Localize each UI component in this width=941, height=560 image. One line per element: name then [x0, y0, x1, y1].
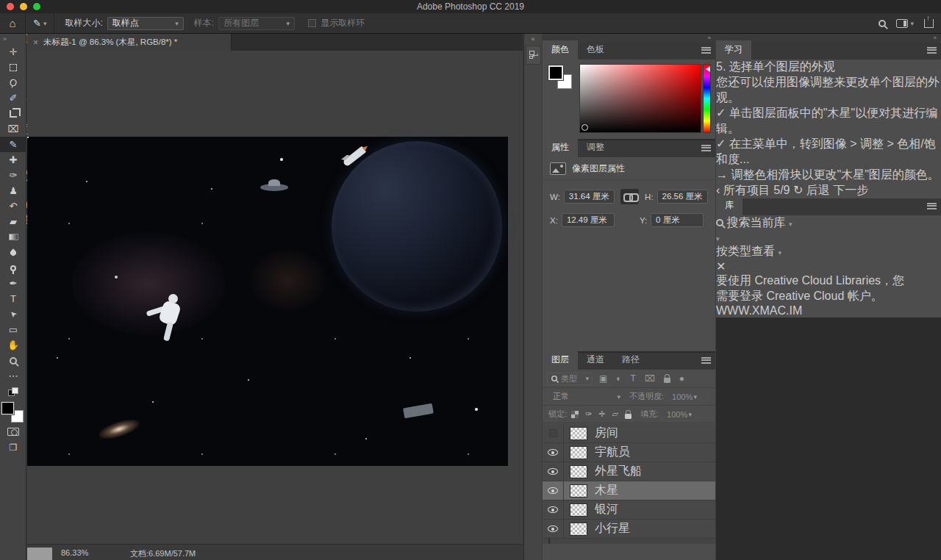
layer-thumbnail[interactable]: [570, 503, 587, 517]
eyedropper-tool[interactable]: ✎: [0, 137, 26, 152]
blur-tool[interactable]: [0, 245, 26, 260]
close-tab-icon[interactable]: ×: [33, 37, 38, 48]
workspace-icon[interactable]: [896, 19, 908, 28]
tab-adjustments[interactable]: 调整: [578, 138, 613, 157]
x-field[interactable]: 12.49 厘米: [562, 213, 615, 227]
visibility-toggle[interactable]: [543, 443, 564, 462]
home-icon[interactable]: ⌂: [0, 17, 25, 29]
collapse-dock-icon[interactable]: «: [524, 34, 542, 43]
dodge-tool[interactable]: [0, 260, 26, 276]
foreground-color-swatch[interactable]: [548, 65, 563, 80]
filter-lock-icon[interactable]: [664, 378, 670, 383]
crop-tool[interactable]: [0, 106, 26, 121]
library-select[interactable]: ▾: [716, 231, 941, 244]
tab-swatches[interactable]: 色板: [578, 40, 613, 60]
blend-mode-select[interactable]: 正常▾: [548, 390, 625, 403]
all-items-button[interactable]: ‹ 所有项目: [716, 184, 770, 196]
filter-adjustment-icon[interactable]: ◐: [616, 373, 621, 384]
gradient-tool[interactable]: [0, 229, 26, 245]
sample-size-select[interactable]: 取样点 ▾: [107, 17, 184, 30]
next-button[interactable]: 下一步: [833, 184, 868, 196]
opacity-field[interactable]: 100%▾: [668, 390, 701, 403]
hue-strip[interactable]: [703, 64, 711, 133]
current-tool-button[interactable]: ✎ ▾: [25, 13, 54, 33]
layer-thumbnail[interactable]: [570, 427, 587, 440]
share-icon[interactable]: [924, 19, 934, 28]
canvas[interactable]: [27, 51, 523, 544]
expand-dock-icon[interactable]: »: [934, 35, 937, 41]
visibility-toggle[interactable]: [543, 462, 564, 481]
layer-thumbnail[interactable]: [570, 465, 587, 478]
back-button[interactable]: 后退: [806, 184, 830, 196]
view-by-type-select[interactable]: 按类型查看: [716, 245, 775, 257]
tab-color[interactable]: 颜色: [543, 40, 578, 60]
lock-all-icon[interactable]: [625, 414, 631, 419]
layer-filter-select[interactable]: 类型 ▾: [547, 373, 593, 385]
height-field[interactable]: 26.56 厘米: [657, 190, 708, 204]
filter-image-icon[interactable]: ▣: [599, 373, 607, 384]
layer-thumbnail[interactable]: [570, 446, 587, 459]
layer-row-partial[interactable]: [543, 539, 715, 544]
clone-stamp-tool[interactable]: ♟: [0, 183, 26, 198]
default-colors-icon[interactable]: [0, 384, 26, 399]
visibility-toggle[interactable]: [543, 481, 564, 500]
lock-pixels-icon[interactable]: ✑: [585, 409, 592, 419]
tab-channels[interactable]: 通道: [578, 351, 613, 370]
document-tab[interactable]: × 未标题-1 @ 86.3% (木星, RGB/8*) *: [27, 34, 232, 51]
layer-thumbnail[interactable]: [570, 484, 587, 498]
tab-paths[interactable]: 路径: [613, 351, 648, 370]
visibility-toggle[interactable]: [543, 520, 564, 538]
pen-tool[interactable]: ✒: [0, 276, 26, 291]
layer-thumbnail[interactable]: [570, 523, 587, 536]
layer-row-alien-ship[interactable]: 外星飞船: [543, 462, 715, 481]
zoom-window-button[interactable]: [33, 3, 40, 10]
toolbar-expand-icon[interactable]: »: [0, 34, 26, 44]
lock-position-icon[interactable]: ✛: [598, 409, 605, 419]
tab-layers[interactable]: 图层: [543, 351, 578, 370]
minimize-window-button[interactable]: [20, 3, 27, 10]
move-tool[interactable]: ✛: [0, 44, 26, 60]
library-search-input[interactable]: 搜索当前库 ▾: [716, 215, 941, 231]
tab-libraries[interactable]: 库: [716, 196, 743, 215]
width-field[interactable]: 31.64 厘米: [564, 190, 615, 204]
panel-menu-icon[interactable]: [701, 357, 711, 364]
layer-row-galaxy[interactable]: 银河: [543, 500, 715, 520]
filter-shape-icon[interactable]: ⌧: [645, 373, 655, 384]
zoom-level[interactable]: 86.33%: [61, 548, 88, 557]
eraser-tool[interactable]: ▰: [0, 214, 26, 229]
canvas-image[interactable]: [27, 137, 508, 466]
quick-mask-button[interactable]: [0, 424, 26, 439]
panel-menu-icon[interactable]: [927, 47, 937, 54]
panel-menu-icon[interactable]: [927, 203, 937, 209]
expand-dock-icon[interactable]: »: [708, 35, 711, 41]
lock-transparency-icon[interactable]: [571, 411, 579, 418]
tab-learn[interactable]: 学习: [716, 40, 751, 60]
color-swatches[interactable]: [548, 65, 573, 90]
history-brush-tool[interactable]: ↶: [0, 198, 26, 214]
foreground-background-swatch[interactable]: [1, 402, 24, 423]
visibility-toggle[interactable]: [543, 500, 564, 519]
color-cursor[interactable]: [582, 124, 588, 131]
panel-menu-icon[interactable]: [701, 47, 711, 54]
healing-brush-tool[interactable]: ✚: [0, 152, 26, 168]
link-dimensions-icon[interactable]: [620, 189, 639, 204]
restart-icon[interactable]: ↻: [793, 184, 803, 196]
layer-row-asteroid[interactable]: 小行星: [543, 520, 715, 539]
search-icon[interactable]: [879, 20, 886, 27]
layer-row-astronaut[interactable]: 宇航员: [543, 443, 715, 462]
hand-tool[interactable]: ✋: [0, 337, 26, 353]
filter-toggle-icon[interactable]: ●: [679, 373, 684, 384]
visibility-toggle[interactable]: [543, 424, 564, 442]
frame-tool[interactable]: ⌧: [0, 121, 26, 137]
history-panel-button[interactable]: [526, 46, 541, 65]
foreground-color-swatch[interactable]: [1, 402, 14, 414]
tab-properties[interactable]: 属性: [543, 138, 578, 157]
screen-mode-button[interactable]: ❐: [0, 439, 26, 455]
hue-slider-arrow[interactable]: [706, 66, 710, 72]
panel-menu-icon[interactable]: [701, 145, 711, 151]
layer-row-jupiter[interactable]: 木星: [543, 481, 715, 500]
saturation-brightness-field[interactable]: [579, 64, 701, 133]
lock-artboard-icon[interactable]: ▱: [612, 409, 618, 419]
filter-type-icon[interactable]: T: [631, 373, 636, 384]
close-window-button[interactable]: [7, 3, 14, 10]
